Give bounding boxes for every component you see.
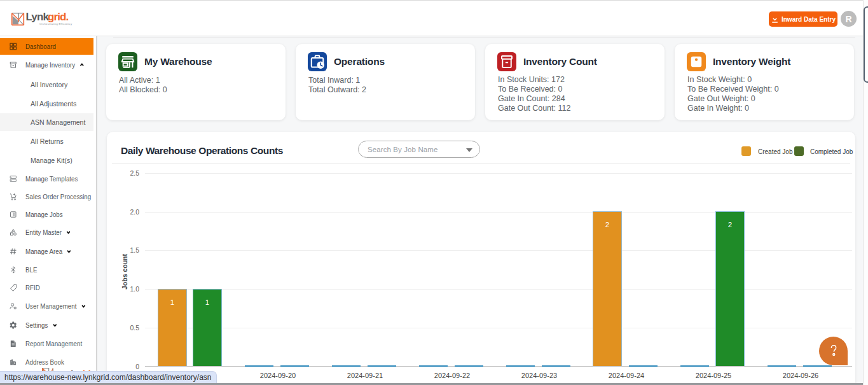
- svg-text:grid.: grid.: [48, 11, 69, 23]
- svg-text:Orchestrating Efficiency: Orchestrating Efficiency: [39, 22, 72, 25]
- svg-text:Lynk: Lynk: [26, 11, 50, 23]
